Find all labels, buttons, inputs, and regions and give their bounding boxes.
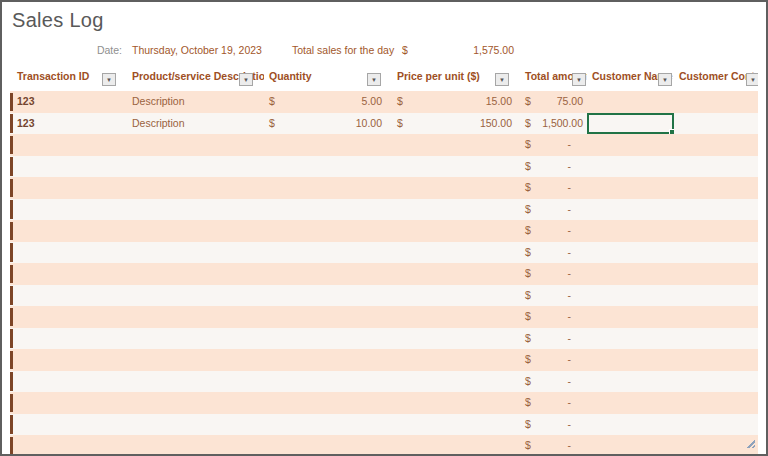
cell-total-amount[interactable]: $1,500.00 [520,113,587,135]
cell-transaction-id[interactable] [10,263,127,285]
cell-price-per-unit[interactable] [392,242,520,264]
cell-customer-name[interactable] [587,435,674,456]
cell-price-per-unit[interactable] [392,392,520,414]
filter-button-total[interactable]: ▼ [572,73,586,86]
cell-price-per-unit[interactable] [392,328,520,350]
cell-transaction-id[interactable] [10,306,127,328]
cell-quantity[interactable] [264,242,392,264]
cell-quantity[interactable]: $10.00 [264,113,392,135]
cell-total-amount[interactable]: $- [520,242,587,264]
cell-quantity[interactable] [264,371,392,393]
cell-price-per-unit[interactable] [392,199,520,221]
cell-description[interactable] [127,306,264,328]
cell-customer-name[interactable] [587,199,674,221]
cell-customer-contact[interactable] [674,91,758,113]
cell-transaction-id[interactable]: 123 [10,113,127,135]
cell-customer-contact[interactable] [674,220,758,242]
cell-customer-contact[interactable] [674,242,758,264]
cell-description[interactable] [127,199,264,221]
cell-description[interactable] [127,328,264,350]
cell-customer-name[interactable] [587,91,674,113]
filter-button-customer_name[interactable]: ▼ [658,73,672,86]
cell-customer-name[interactable] [587,349,674,371]
cell-transaction-id[interactable] [10,328,127,350]
cell-description[interactable] [127,156,264,178]
cell-customer-name[interactable] [587,177,674,199]
cell-customer-contact[interactable] [674,306,758,328]
cell-transaction-id[interactable] [10,285,127,307]
cell-quantity[interactable] [264,349,392,371]
cell-price-per-unit[interactable] [392,263,520,285]
cell-total-amount[interactable]: $- [520,371,587,393]
cell-price-per-unit[interactable] [392,435,520,456]
cell-description[interactable] [127,134,264,156]
cell-description[interactable] [127,349,264,371]
cell-price-per-unit[interactable] [392,220,520,242]
cell-description[interactable] [127,177,264,199]
cell-transaction-id[interactable] [10,242,127,264]
cell-total-amount[interactable]: $- [520,134,587,156]
cell-total-amount[interactable]: $- [520,285,587,307]
cell-total-amount[interactable]: $- [520,263,587,285]
cell-description[interactable] [127,285,264,307]
date-value[interactable]: Thursday, October 19, 2023 [132,42,262,58]
filter-button-quantity[interactable]: ▼ [367,73,381,86]
cell-quantity[interactable] [264,156,392,178]
cell-customer-contact[interactable] [674,113,758,135]
cell-quantity[interactable] [264,285,392,307]
cell-quantity[interactable] [264,134,392,156]
cell-total-amount[interactable]: $- [520,199,587,221]
cell-quantity[interactable] [264,328,392,350]
cell-customer-contact[interactable] [674,134,758,156]
cell-price-per-unit[interactable] [392,371,520,393]
cell-quantity[interactable] [264,177,392,199]
cell-description[interactable]: Description [127,113,264,135]
cell-total-amount[interactable]: $- [520,177,587,199]
cell-customer-contact[interactable] [674,285,758,307]
cell-customer-name[interactable] [587,392,674,414]
cell-total-amount[interactable]: $- [520,156,587,178]
cell-customer-contact[interactable] [674,156,758,178]
cell-total-amount[interactable]: $75.00 [520,91,587,113]
cell-customer-name[interactable] [587,242,674,264]
cell-total-amount[interactable]: $- [520,392,587,414]
cell-price-per-unit[interactable]: $15.00 [392,91,520,113]
cell-customer-contact[interactable] [674,328,758,350]
filter-button-price[interactable]: ▼ [495,73,509,86]
cell-customer-name[interactable] [587,263,674,285]
filter-button-customer_contact[interactable]: ▼ [746,73,758,86]
cell-customer-name[interactable] [587,156,674,178]
cell-customer-contact[interactable] [674,349,758,371]
cell-quantity[interactable] [264,306,392,328]
cell-transaction-id[interactable] [10,371,127,393]
cell-customer-name[interactable] [587,134,674,156]
filter-button-id[interactable]: ▼ [102,73,116,86]
cell-customer-name[interactable] [587,371,674,393]
cell-transaction-id[interactable] [10,414,127,436]
cell-quantity[interactable] [264,435,392,456]
cell-description[interactable] [127,371,264,393]
cell-description[interactable] [127,263,264,285]
cell-description[interactable] [127,414,264,436]
cell-transaction-id[interactable]: 123 [10,91,127,113]
cell-quantity[interactable] [264,263,392,285]
cell-transaction-id[interactable] [10,392,127,414]
cell-customer-name[interactable] [587,285,674,307]
cell-price-per-unit[interactable] [392,414,520,436]
cell-customer-name[interactable] [587,113,674,135]
cell-transaction-id[interactable] [10,349,127,371]
cell-total-amount[interactable]: $- [520,220,587,242]
cell-customer-contact[interactable] [674,263,758,285]
cell-customer-contact[interactable] [674,199,758,221]
cell-transaction-id[interactable] [10,220,127,242]
cell-customer-name[interactable] [587,328,674,350]
cell-quantity[interactable] [264,199,392,221]
cell-total-amount[interactable]: $- [520,349,587,371]
cell-customer-contact[interactable] [674,177,758,199]
cell-description[interactable] [127,242,264,264]
cell-description[interactable] [127,392,264,414]
cell-total-amount[interactable]: $- [520,306,587,328]
cell-price-per-unit[interactable] [392,156,520,178]
cell-transaction-id[interactable] [10,156,127,178]
cell-total-amount[interactable]: $- [520,414,587,436]
